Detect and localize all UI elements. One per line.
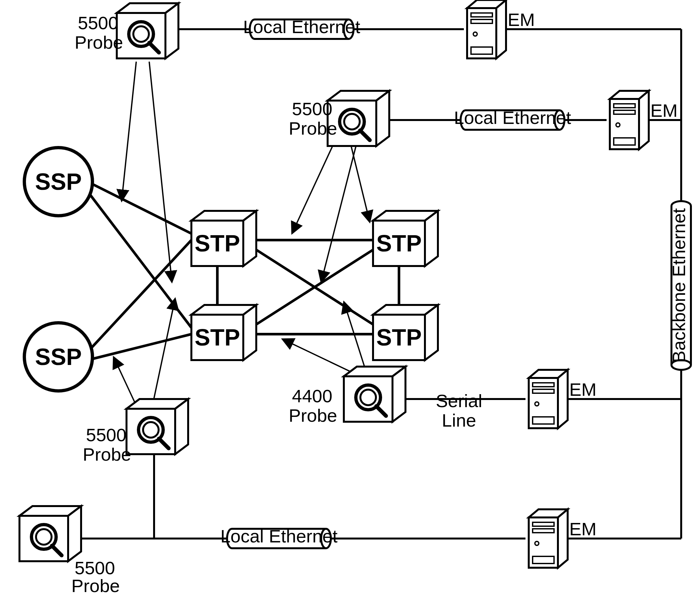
stp-node-tr: STP: [373, 211, 438, 266]
svg-line-35: [88, 191, 191, 328]
em-label: EM: [651, 100, 678, 121]
probe-4400: [344, 367, 405, 422]
em-server-1: EM: [467, 0, 535, 58]
probe-5500-4: [20, 506, 81, 561]
probe-label: Probe: [75, 32, 123, 53]
server-icon: [610, 91, 649, 149]
svg-line-37: [88, 334, 191, 360]
probe-5500-3: [127, 399, 188, 454]
probe-label: 5500: [86, 425, 127, 445]
server-icon: [529, 370, 568, 428]
link-label: Backbone Ethernet: [669, 208, 689, 363]
magnifier-icon: [117, 3, 178, 58]
svg-line-49: [282, 339, 354, 373]
server-icon: [467, 0, 506, 58]
probe-label: 5500: [78, 13, 119, 33]
server-icon: [529, 509, 568, 568]
network-diagram: SSP SSP STP STP STP STP 5500 Probe 5500 …: [0, 0, 700, 594]
probe-label: Probe: [71, 575, 120, 594]
magnifier-icon: [127, 399, 188, 454]
serial-line-label: Line: [442, 410, 476, 430]
local-ethernet-3: Local Ethernet: [220, 526, 338, 548]
svg-line-44: [122, 62, 136, 201]
ssp-node-2: SSP: [24, 323, 93, 391]
serial-line-label: Serial: [436, 391, 482, 411]
em-server-4: EM: [529, 509, 597, 568]
ssp-label: SSP: [35, 169, 82, 195]
stp-node-tl: STP: [191, 211, 256, 266]
probe-label: Probe: [289, 118, 337, 138]
svg-line-34: [88, 182, 191, 234]
backbone-ethernet: Backbone Ethernet: [669, 201, 691, 370]
ssp-label: SSP: [35, 344, 82, 370]
link-label: Local Ethernet: [220, 526, 338, 546]
stp-node-bl: STP: [191, 305, 256, 360]
probe-label: Probe: [83, 444, 131, 465]
svg-line-36: [88, 240, 191, 352]
em-label: EM: [508, 9, 535, 30]
stp-label: STP: [195, 230, 240, 256]
magnifier-icon: [20, 506, 81, 561]
probe-label: 4400: [292, 386, 332, 406]
local-ethernet-1: Local Ethernet: [243, 16, 360, 39]
stp-label: STP: [195, 324, 240, 350]
link-label: Local Ethernet: [454, 107, 571, 128]
stp-label: STP: [376, 324, 422, 350]
em-label: EM: [569, 379, 597, 400]
svg-line-48: [321, 143, 357, 282]
ssp-node-1: SSP: [24, 147, 93, 216]
probe-5500-1: [117, 3, 178, 58]
stp-node-br: STP: [373, 305, 438, 360]
svg-line-46: [292, 143, 334, 234]
link-label: Local Ethernet: [243, 16, 360, 37]
stp-label: STP: [376, 230, 422, 256]
probe-label: Probe: [289, 405, 337, 426]
em-server-3: EM: [529, 370, 597, 428]
probe-label: 5500: [75, 558, 115, 578]
em-server-2: EM: [610, 91, 678, 149]
local-ethernet-2: Local Ethernet: [454, 107, 571, 130]
em-label: EM: [569, 519, 597, 539]
svg-line-45: [149, 62, 172, 282]
magnifier-icon: [344, 367, 405, 422]
svg-line-52: [153, 298, 175, 405]
probe-label: 5500: [292, 99, 332, 119]
svg-line-51: [113, 357, 136, 405]
